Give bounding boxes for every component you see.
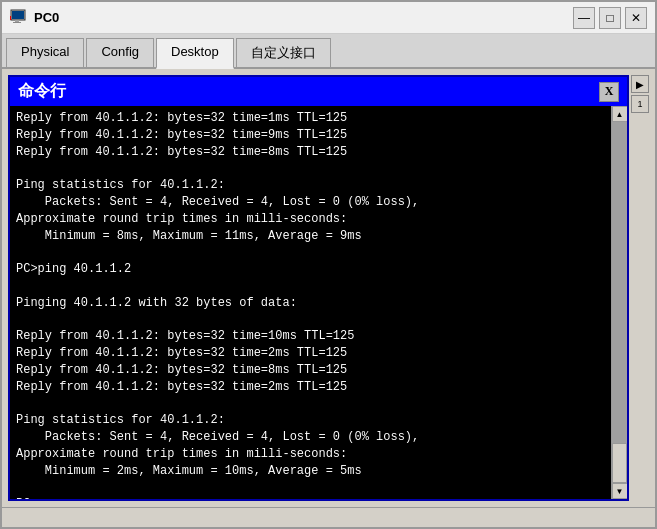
tab-config[interactable]: Config [86, 38, 154, 67]
terminal-title: 命令行 [18, 81, 66, 102]
svg-rect-1 [12, 11, 24, 19]
right-arrow-up[interactable]: ▶ [631, 75, 649, 93]
pc-icon [10, 9, 28, 27]
main-window: PC0 — □ ✕ Physical Config Desktop 自定义接口 … [0, 0, 657, 529]
terminal-body-wrapper: Reply from 40.1.1.2: bytes=32 time=1ms T… [10, 106, 627, 499]
svg-rect-3 [13, 22, 21, 23]
tab-desktop[interactable]: Desktop [156, 38, 234, 69]
minimize-button[interactable]: — [573, 7, 595, 29]
terminal-title-bar: 命令行 X [10, 77, 627, 106]
scroll-up-button[interactable]: ▲ [612, 106, 628, 122]
right-arrow-num: 1 [631, 95, 649, 113]
tab-physical[interactable]: Physical [6, 38, 84, 67]
tab-custom[interactable]: 自定义接口 [236, 38, 331, 67]
terminal-wrapper: 命令行 X Reply from 40.1.1.2: bytes=32 time… [8, 75, 629, 501]
title-bar: PC0 — □ ✕ [2, 2, 655, 34]
maximize-button[interactable]: □ [599, 7, 621, 29]
window-title: PC0 [34, 10, 59, 25]
svg-rect-4 [10, 16, 11, 20]
right-panel: ▶ 1 [631, 75, 649, 501]
terminal-close-button[interactable]: X [599, 82, 619, 102]
title-bar-left: PC0 [10, 9, 59, 27]
svg-rect-2 [15, 20, 19, 22]
content-area: 命令行 X Reply from 40.1.1.2: bytes=32 time… [2, 69, 655, 507]
title-controls: — □ ✕ [573, 7, 647, 29]
terminal-output[interactable]: Reply from 40.1.1.2: bytes=32 time=1ms T… [10, 106, 611, 499]
scroll-thumb[interactable] [612, 443, 627, 483]
scroll-down-button[interactable]: ▼ [612, 483, 628, 499]
vertical-scrollbar[interactable]: ▲ ▼ [611, 106, 627, 499]
scroll-track[interactable] [612, 122, 627, 483]
tab-bar: Physical Config Desktop 自定义接口 [2, 34, 655, 69]
bottom-bar [2, 507, 655, 527]
close-button[interactable]: ✕ [625, 7, 647, 29]
